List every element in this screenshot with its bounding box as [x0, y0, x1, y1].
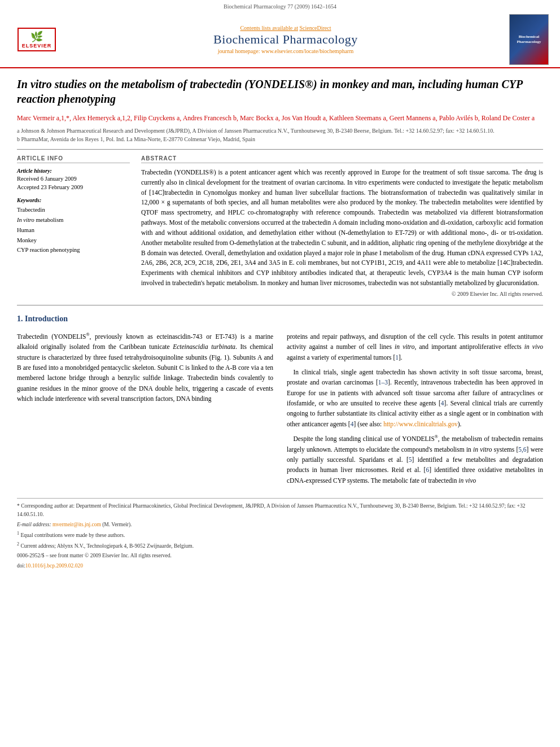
authors-line: Marc Vermeir a,1,*, Alex Hemeryck a,1,2,…	[17, 113, 543, 123]
article-history-label: Article history:	[17, 168, 130, 174]
footnote-2: 1 Equal contributions were made by these…	[17, 530, 543, 540]
intro-para-4: Despite the long standing clinical use o…	[287, 434, 543, 486]
affiliation-b: b PharmaMar, Avenida de los Reyes 1, Pol…	[17, 135, 543, 143]
contents-label: Contents lists available at	[240, 25, 298, 31]
keywords-label: Keywords:	[17, 197, 130, 203]
intro-col-left: Trabectedin (YONDELIS®, previously known…	[17, 331, 273, 490]
keyword-1: Trabectedin	[17, 205, 130, 215]
journal-citation: Biochemical Pharmacology 77 (2009) 1642–…	[11, 3, 549, 10]
sciencedirect-name[interactable]: ScienceDirect	[299, 25, 331, 31]
page-wrapper: Biochemical Pharmacology 77 (2009) 1642–…	[0, 0, 560, 577]
footnote-copyright: 0006-2952/$ – see front matter © 2009 El…	[17, 552, 543, 560]
keywords-list: Trabectedin In vitro metabolism Human Mo…	[17, 205, 130, 255]
clinicaltrials-link[interactable]: http://www.clinicaltrials.gov	[383, 421, 457, 427]
intro-col-right-text: proteins and repair pathways, and disrup…	[287, 331, 543, 486]
intro-col-right: proteins and repair pathways, and disrup…	[287, 331, 543, 490]
homepage-label: journal homepage: www.elsevier.com/locat…	[218, 48, 353, 54]
footnote-1: * Corresponding author at: Department of…	[17, 502, 543, 519]
footnote-email: E-mail address: mvermeir@its.jnj.com (M.…	[17, 521, 543, 529]
intro-para-3: In clinical trials, single agent trabect…	[287, 367, 543, 429]
keyword-4: Monkey	[17, 235, 130, 246]
journal-thumbnail: BiochemicalPharmacology	[509, 14, 549, 65]
divider-1	[17, 149, 543, 150]
journal-title-center: Contents lists available at ScienceDirec…	[62, 25, 509, 54]
intro-para-2: proteins and repair pathways, and disrup…	[287, 331, 543, 362]
abstract-header: ABSTRACT	[141, 155, 543, 163]
title-reg: ®	[305, 78, 313, 90]
elsevier-text: ELSEVIER	[22, 43, 52, 49]
affiliations: a Johnson & Johnson Pharmaceutical Resea…	[17, 126, 543, 143]
article-info-col: Article Info Article history: Received 6…	[17, 155, 130, 297]
keyword-3: Human	[17, 225, 130, 235]
journal-banner: 🌿 ELSEVIER Contents lists available at S…	[11, 12, 549, 67]
intro-section: 1. Introduction Trabectedin (YONDELIS®, …	[17, 314, 543, 490]
keyword-2: In vitro metabolism	[17, 215, 130, 225]
doi-link[interactable]: 10.1016/j.bcp.2009.02.020	[25, 563, 83, 569]
copyright-line: © 2009 Elsevier Inc. All rights reserved…	[141, 291, 543, 297]
intro-col-left-text: Trabectedin (YONDELIS®, previously known…	[17, 331, 273, 404]
journal-main-title: Biochemical Pharmacology	[62, 32, 509, 47]
intro-heading: 1. Introduction	[17, 314, 543, 324]
divider-2	[17, 305, 543, 305]
email-link[interactable]: mvermeir@its.jnj.com	[53, 522, 101, 527]
received-date: Received 6 January 2009	[17, 176, 130, 182]
thumb-text: BiochemicalPharmacology	[517, 34, 541, 45]
article-info-header: Article Info	[17, 155, 130, 163]
accepted-date: Accepted 23 February 2009	[17, 184, 130, 190]
intro-two-col: Trabectedin (YONDELIS®, previously known…	[17, 331, 543, 490]
affiliation-a: a Johnson & Johnson Pharmaceutical Resea…	[17, 126, 543, 135]
abstract-col: ABSTRACT Trabectedin (YONDELIS®) is a po…	[141, 155, 543, 297]
journal-header: Biochemical Pharmacology 77 (2009) 1642–…	[0, 0, 560, 68]
keyword-5: CYP reaction phenotyping	[17, 245, 130, 255]
journal-homepage: journal homepage: www.elsevier.com/locat…	[62, 48, 509, 54]
footnotes: * Corresponding author at: Department of…	[17, 498, 543, 570]
article-info-abstract: Article Info Article history: Received 6…	[17, 155, 543, 297]
title-main-part: studies on the metabolism of trabectedin…	[52, 78, 305, 90]
title-italic-part: In vitro	[17, 78, 52, 90]
elsevier-logo: 🌿 ELSEVIER	[11, 24, 62, 55]
footnote-3: 2 Current address; Ablynx N.V., Technolo…	[17, 541, 543, 551]
abstract-text: Trabectedin (YONDELIS®) is a potent anti…	[141, 168, 543, 289]
intro-para-1: Trabectedin (YONDELIS®, previously known…	[17, 331, 273, 404]
footnote-doi: doi:10.1016/j.bcp.2009.02.020	[17, 562, 543, 570]
article-title: In vitro studies on the metabolism of tr…	[17, 77, 543, 106]
sciencedirect-link: Contents lists available at ScienceDirec…	[62, 25, 509, 31]
article-content: In vitro studies on the metabolism of tr…	[0, 68, 560, 577]
elsevier-tree-icon: 🌿	[22, 30, 52, 43]
